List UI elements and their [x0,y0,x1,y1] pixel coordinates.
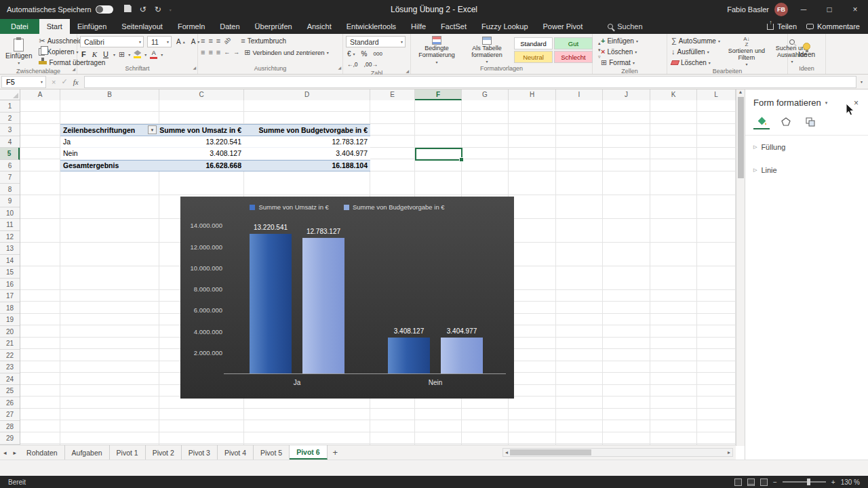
sheet-nav-left-icon[interactable]: ◂ [0,445,10,460]
tab-einfügen[interactable]: Einfügen [70,19,114,34]
horizontal-scrollbar-thumb[interactable] [510,449,591,455]
sheet-tab-pivot-6[interactable]: Pivot 6 [290,445,327,460]
column-header-D[interactable]: D [244,89,370,100]
increase-indent-icon[interactable]: → [233,49,239,56]
wrap-text-button[interactable]: ≡Textumbruch [239,36,288,45]
zoom-in-icon[interactable]: + [831,479,835,486]
fill-button[interactable]: ↓Ausfüllen▾ [670,47,722,56]
alignment-dialog-launcher-icon[interactable]: ◢ [338,64,341,72]
tab-überprüfen[interactable]: Überprüfen [248,19,300,34]
pane-options-caret-icon[interactable]: ▾ [825,100,828,106]
align-bottom-icon[interactable]: ≡ [216,37,220,45]
section-fill[interactable]: ▷Füllung [745,136,868,159]
merge-center-button[interactable]: ⊞Verbinden und zentrieren▾ [243,47,330,57]
sheet-tab-rohdaten[interactable]: Rohdaten [20,445,65,460]
zoom-level[interactable]: 130 % [841,479,860,486]
page-break-view-icon[interactable] [760,479,768,486]
font-dialog-launcher-icon[interactable]: ◢ [193,64,196,72]
column-header-H[interactable]: H [509,89,556,100]
row-header-23[interactable]: 23 [0,361,20,373]
row-header-6[interactable]: 6 [0,160,20,172]
column-header-C[interactable]: C [159,89,244,100]
clear-button[interactable]: Löschen▾ [670,58,722,67]
style-schlecht[interactable]: Schlecht [554,51,593,63]
effects-tab-icon[interactable] [778,115,794,129]
tab-entwicklertools[interactable]: Entwicklertools [339,19,403,34]
sheet-tab-pivot-3[interactable]: Pivot 3 [182,445,218,460]
row-header-16[interactable]: 16 [0,279,20,291]
pivot-cell[interactable]: Zeilenbeschriftungen▼ [60,125,159,136]
scroll-left-icon[interactable]: ◂ [503,449,510,455]
sheet-tab-pivot-1[interactable]: Pivot 1 [110,445,146,460]
selected-cell-f5[interactable] [415,148,462,161]
row-header-19[interactable]: 19 [0,314,20,326]
row-header-27[interactable]: 27 [0,409,20,421]
decrease-decimal-button[interactable]: ,00→ [363,60,379,69]
section-line[interactable]: ▷Linie [745,159,868,182]
tab-fuzzy-lookup[interactable]: Fuzzy Lookup [474,19,535,34]
sheet-nav-right-icon[interactable]: ▸ [10,445,20,460]
save-button[interactable] [120,5,136,14]
decrease-indent-icon[interactable]: ← [224,49,230,56]
row-header-28[interactable]: 28 [0,421,20,433]
style-neutral[interactable]: Neutral [514,51,553,63]
sheet-tab-pivot-4[interactable]: Pivot 4 [218,445,254,460]
style-gut[interactable]: Gut [554,37,593,49]
column-header-K[interactable]: K [650,89,697,100]
tell-me-search[interactable]: Suchen [608,19,642,34]
row-header-8[interactable]: 8 [0,184,20,196]
row-header-3[interactable]: 3 [0,124,20,136]
borders-icon[interactable]: ⊞ [119,51,125,58]
row-header-26[interactable]: 26 [0,397,20,409]
autosum-button[interactable]: ∑AutoSumme▾ [670,36,722,45]
new-sheet-button[interactable]: + [328,445,344,460]
bold-button[interactable]: F [80,49,87,59]
row-header-25[interactable]: 25 [0,385,20,397]
font-color-button[interactable]: A [150,50,157,59]
underline-button[interactable]: U [102,49,110,59]
cells-area[interactable]: Zeilenbeschriftungen▼Summe von Umsatz in… [20,100,736,445]
row-header-24[interactable]: 24 [0,373,20,386]
select-all-corner[interactable] [0,89,20,100]
row-header-12[interactable]: 12 [0,231,20,243]
tab-daten[interactable]: Daten [212,19,247,34]
orientation-icon[interactable]: ab [222,36,232,45]
name-box[interactable]: F5 ▾ [1,76,46,88]
pivot-cell[interactable]: 16.628.668 [159,161,244,171]
pivot-cell[interactable]: 3.404.977 [244,148,370,159]
align-top-icon[interactable]: ≡ [201,37,205,45]
column-header-E[interactable]: E [370,89,415,100]
user-name[interactable]: Fabio Basler [727,5,769,14]
column-header-A[interactable]: A [20,89,60,100]
close-button[interactable]: × [845,0,865,19]
zoom-slider[interactable] [783,481,826,483]
vertical-scrollbar-thumb[interactable] [738,97,744,178]
qat-customize-icon[interactable]: ▾ [165,7,176,12]
undo-button[interactable]: ↺ [136,5,151,14]
legend-item[interactable]: Summe von Budgetvorgabe in € [344,203,445,211]
align-center-icon[interactable]: ≡ [208,49,212,56]
pivot-cell[interactable]: 3.408.127 [159,148,244,159]
row-header-17[interactable]: 17 [0,290,20,302]
accounting-format-button[interactable]: €▾ [346,49,357,58]
align-right-icon[interactable]: ≡ [216,49,220,56]
row-header-10[interactable]: 10 [0,207,20,220]
conditional-formatting-button[interactable]: Bedingte Formatierung ▾ [414,36,460,64]
pivot-cell[interactable]: Summe von Umsatz in € [159,125,244,136]
ideas-button[interactable]: Ideen [795,36,818,64]
row-header-29[interactable]: 29 [0,432,20,445]
scroll-up-icon[interactable]: ▲ [738,89,743,94]
pivot-cell[interactable]: 13.220.541 [159,136,244,148]
font-name-select[interactable]: Calibri▾ [80,36,144,47]
pivot-cell[interactable]: Ja [60,136,159,148]
restore-button[interactable]: □ [819,0,840,19]
share-button[interactable]: Teilen [767,22,797,30]
scroll-right-icon[interactable]: ▸ [726,449,732,455]
style-standard[interactable]: Standard [514,37,553,49]
font-size-select[interactable]: 11▾ [147,36,172,47]
tab-power-pivot[interactable]: Power Pivot [536,19,591,34]
pivot-chart[interactable]: Summe von Umsatz in €Summe von Budgetvor… [180,197,514,399]
autosave-toggle[interactable]: Automatisches Speichern [0,5,120,14]
pivot-cell[interactable]: Summe von Budgetvorgabe in € [244,125,370,136]
row-header-7[interactable]: 7 [0,171,20,184]
